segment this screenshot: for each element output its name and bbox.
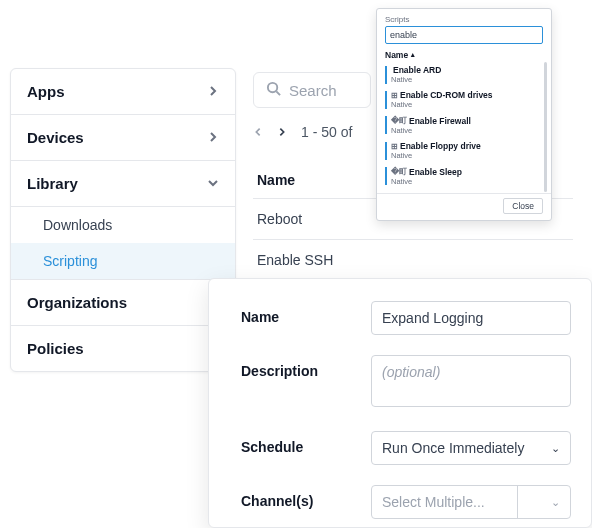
search-placeholder: Search [289,82,337,99]
pager-next[interactable] [277,124,287,140]
script-native-label: Native [391,177,462,186]
sidebar-item-label: Apps [27,83,65,100]
detail-form: Name Description Schedule Run Once Immed… [208,278,592,528]
windows-icon: ⊞ [391,142,398,151]
name-input[interactable] [371,301,571,335]
sidebar-library-children: Downloads Scripting [11,207,235,280]
scripts-popup-title: Scripts [385,15,543,24]
script-name: Enable CD-ROM drives [400,90,493,100]
schedule-label: Schedule [241,431,371,455]
pager-text: 1 - 50 of [301,124,352,140]
column-header-label: Name [385,50,408,60]
schedule-select[interactable]: Run Once Immediately ⌄ [371,431,571,465]
accent-bar [385,66,387,84]
channels-multiselect[interactable]: Select Multiple... ⌄ [371,485,571,519]
scripts-filter-input[interactable] [385,26,543,44]
channels-label: Channel(s) [241,485,371,509]
chevron-down-icon: ⌄ [551,442,560,455]
svg-line-1 [276,91,280,95]
script-native-label: Native [391,100,493,109]
accent-bar [385,142,387,160]
chevron-down-icon [207,175,219,192]
search-input[interactable]: Search [253,72,371,108]
sidebar-item-library[interactable]: Library [11,161,235,207]
script-native-label: Native [391,126,471,135]
sidebar-item-label: Library [27,175,78,192]
scrollbar[interactable] [544,62,547,192]
scripts-results: Enable ARD Native ⊞Enable CD-ROM drives … [385,62,543,189]
pager-prev[interactable] [253,124,263,140]
sidebar-item-policies[interactable]: Policies [11,326,235,371]
script-result[interactable]: ⊞Enable CD-ROM drives Native [385,87,543,112]
svg-point-0 [268,83,277,92]
search-icon [266,81,281,99]
shield-icon: �町 [391,115,407,126]
script-result[interactable]: �町Enable Firewall Native [385,112,543,138]
chevron-down-icon: ⌄ [541,488,570,517]
script-name: Enable Sleep [409,167,462,177]
windows-icon: ⊞ [391,91,398,100]
script-result[interactable]: Enable ARD Native [385,62,543,87]
scripts-popup: Scripts Name ▴ Enable ARD Native ⊞Enable… [376,8,552,221]
accent-bar [385,116,387,134]
accent-bar [385,167,387,185]
sidebar-item-label: Organizations [27,294,127,311]
schedule-value: Run Once Immediately [382,440,524,456]
sidebar-item-apps[interactable]: Apps [11,69,235,115]
script-name: Enable Firewall [409,116,471,126]
description-input[interactable] [371,355,571,407]
script-result[interactable]: ⊞Enable Floppy drive Native [385,138,543,163]
sidebar-item-devices[interactable]: Devices [11,115,235,161]
channels-placeholder: Select Multiple... [372,486,495,518]
scripts-column-header[interactable]: Name ▴ [385,50,543,60]
script-result[interactable]: �町Enable Sleep Native [385,163,543,189]
close-button[interactable]: Close [503,198,543,214]
script-name: Enable ARD [393,65,441,75]
sidebar-item-label: Policies [27,340,84,357]
script-native-label: Native [391,75,441,84]
chevron-right-icon [207,129,219,146]
divider [517,486,518,518]
sidebar-item-label: Devices [27,129,84,146]
sidebar-item-downloads[interactable]: Downloads [11,207,235,243]
accent-bar [385,91,387,109]
script-name: Enable Floppy drive [400,141,481,151]
list-item[interactable]: Enable SSH [253,240,573,281]
name-label: Name [241,301,371,325]
sidebar: Apps Devices Library Downloads Scripting… [10,68,236,372]
description-label: Description [241,355,371,379]
sort-asc-icon: ▴ [411,51,415,59]
chevron-right-icon [207,83,219,100]
sidebar-item-scripting[interactable]: Scripting [11,243,235,279]
script-native-label: Native [391,151,481,160]
shield-icon: �町 [391,166,407,177]
sidebar-item-organizations[interactable]: Organizations [11,280,235,326]
